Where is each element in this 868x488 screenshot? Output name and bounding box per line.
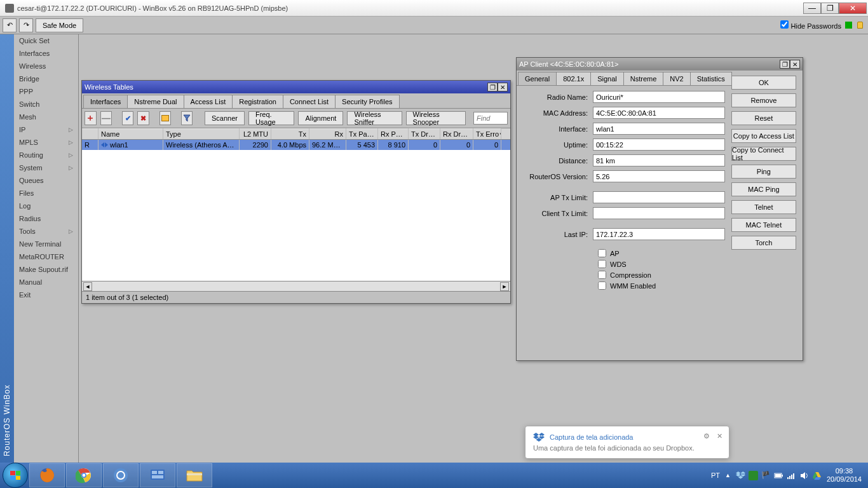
ap-remove-button[interactable]: Remove [731, 93, 796, 107]
wmm-enabled-checkbox[interactable] [598, 281, 606, 290]
col-rx[interactable]: Rx [309, 128, 346, 139]
wt-tab-nstreme-dual[interactable]: Nstreme Dual [127, 95, 184, 108]
menu-item-mesh[interactable]: Mesh [14, 111, 78, 123]
ap-telnet-button[interactable]: Telnet [731, 200, 796, 214]
wt-tab-connect-list[interactable]: Connect List [283, 95, 336, 108]
col-txdrops[interactable]: Tx Drops [409, 128, 440, 139]
ap-tab-statistics[interactable]: Statistics [690, 72, 732, 85]
col-tx[interactable]: Tx [271, 128, 309, 139]
distance-field[interactable] [593, 154, 725, 166]
menu-item-make-supout-rif[interactable]: Make Supout.rif [14, 263, 78, 276]
safe-mode-button[interactable]: Safe Mode [36, 18, 83, 32]
dropbox-notification[interactable]: ⚙ ✕ Captura de tela adicionada Uma captu… [525, 426, 729, 459]
ap-copy-to-access-list-button[interactable]: Copy to Access List [731, 129, 796, 143]
scanner-button[interactable]: Scanner [205, 111, 245, 125]
alignment-button[interactable]: Alignment [298, 111, 343, 125]
tray-dropbox-icon[interactable] [736, 471, 745, 480]
last-ip-field[interactable] [593, 228, 725, 240]
ap-ok-button[interactable]: OK [731, 76, 796, 90]
enable-button[interactable]: ✔ [122, 111, 134, 125]
task-firefox[interactable] [29, 463, 65, 487]
wt-close-button[interactable]: ✕ [498, 83, 508, 92]
ap-tab-signal[interactable]: Signal [590, 72, 624, 85]
ap-reset-button[interactable]: Reset [731, 111, 796, 125]
menu-item-interfaces[interactable]: Interfaces [14, 47, 78, 60]
compression-checkbox[interactable] [598, 271, 606, 279]
wds-checkbox[interactable] [598, 260, 606, 268]
menu-item-quick-set[interactable]: Quick Set [14, 34, 78, 47]
ap-tx-limit-field[interactable] [593, 191, 725, 203]
tray-gdrive-icon[interactable] [812, 471, 822, 480]
task-chrome[interactable] [66, 463, 102, 487]
menu-item-wireless[interactable]: Wireless [14, 60, 78, 72]
wireless-snooper-button[interactable]: Wireless Snooper [406, 111, 466, 125]
find-input[interactable] [473, 112, 508, 125]
minimize-button[interactable]: — [803, 3, 821, 14]
notif-close-icon[interactable]: ✕ [715, 431, 724, 440]
col-rxdrops[interactable]: Rx Drops [440, 128, 473, 139]
ap-mac-telnet-button[interactable]: MAC Telnet [731, 218, 796, 232]
tray-icon-1[interactable] [749, 471, 758, 480]
uptime-field[interactable] [593, 139, 725, 151]
ap-copy-to-connect-list-button[interactable]: Copy to Connect List [731, 147, 796, 161]
interface-field[interactable] [593, 123, 725, 135]
menu-item-queues[interactable]: Queues [14, 174, 78, 187]
ap-restore-button[interactable]: ❐ [780, 60, 790, 69]
wt-table-body[interactable]: R wlan1 Wireless (Atheros AR9... 2290 4.… [82, 140, 510, 281]
ap-checkbox[interactable] [598, 249, 606, 257]
ap-tab-nv2[interactable]: NV2 [663, 72, 690, 85]
menu-item-exit[interactable]: Exit [14, 288, 78, 301]
tray-flag-icon[interactable]: 🏴 [761, 471, 771, 480]
menu-item-new-terminal[interactable]: New Terminal [14, 238, 78, 250]
menu-item-tools[interactable]: Tools▷ [14, 225, 78, 238]
menu-item-switch[interactable]: Switch [14, 98, 78, 111]
client-tx-limit-field[interactable] [593, 207, 725, 219]
scroll-left-icon[interactable]: ◄ [83, 282, 92, 291]
task-app1[interactable] [140, 463, 175, 487]
menu-item-manual[interactable]: Manual [14, 276, 78, 288]
close-button[interactable]: ✕ [839, 3, 867, 14]
freq-usage-button[interactable]: Freq. Usage [248, 111, 295, 125]
menu-item-system[interactable]: System▷ [14, 161, 78, 174]
task-winbox[interactable] [103, 463, 139, 487]
hide-passwords-checkbox[interactable] [780, 20, 789, 29]
redo-button[interactable]: ↷ [19, 18, 33, 32]
tray-up-icon[interactable]: ▲ [725, 472, 731, 478]
col-type[interactable]: Type [163, 128, 240, 139]
hide-passwords-label[interactable]: Hide Passwords [780, 20, 841, 30]
maximize-button[interactable]: ❐ [821, 3, 839, 14]
col-txerr[interactable]: Tx Erro▼ [473, 128, 501, 139]
wt-hscrollbar[interactable]: ◄ ► [82, 281, 510, 291]
table-row[interactable]: R wlan1 Wireless (Atheros AR9... 2290 4.… [82, 140, 510, 150]
ap-torch-button[interactable]: Torch [731, 236, 796, 250]
undo-button[interactable]: ↶ [3, 18, 17, 32]
menu-item-ppp[interactable]: PPP [14, 85, 78, 98]
ap-mac-ping-button[interactable]: MAC Ping [731, 182, 796, 196]
disable-button[interactable]: ✖ [137, 111, 149, 125]
mac-address-field[interactable] [593, 107, 725, 119]
menu-item-bridge[interactable]: Bridge [14, 72, 78, 85]
col-txpac[interactable]: Tx Pac... [346, 128, 378, 139]
start-button[interactable] [3, 463, 28, 488]
menu-item-metarouter[interactable]: MetaROUTER [14, 250, 78, 263]
menu-item-mpls[interactable]: MPLS▷ [14, 136, 78, 149]
tray-volume-icon[interactable] [799, 471, 809, 480]
ap-tab-nstreme[interactable]: Nstreme [623, 72, 664, 85]
ap-ping-button[interactable]: Ping [731, 165, 796, 179]
ap-tab-general[interactable]: General [518, 72, 557, 85]
comment-button[interactable] [159, 111, 172, 125]
wt-tab-security-profiles[interactable]: Security Profiles [335, 95, 399, 108]
wt-restore-button[interactable]: ❐ [487, 83, 498, 92]
tray-battery-icon[interactable] [774, 471, 783, 480]
col-l2mtu[interactable]: L2 MTU [240, 128, 271, 139]
menu-item-files[interactable]: Files [14, 187, 78, 200]
wireless-sniffer-button[interactable]: Wireless Sniffer [347, 111, 402, 125]
menu-item-ip[interactable]: IP▷ [14, 123, 78, 136]
routeros-version-field[interactable] [593, 170, 725, 182]
ap-client-titlebar[interactable]: AP Client <4C:5E:0C:80:0A:81> ❐ ✕ [517, 58, 803, 71]
task-explorer[interactable] [177, 463, 212, 487]
menu-item-radius[interactable]: Radius [14, 212, 78, 225]
wt-tab-access-list[interactable]: Access List [184, 95, 233, 108]
clock[interactable]: 09:38 20/09/2014 [827, 467, 865, 484]
ap-tab-802.1x[interactable]: 802.1x [556, 72, 591, 85]
